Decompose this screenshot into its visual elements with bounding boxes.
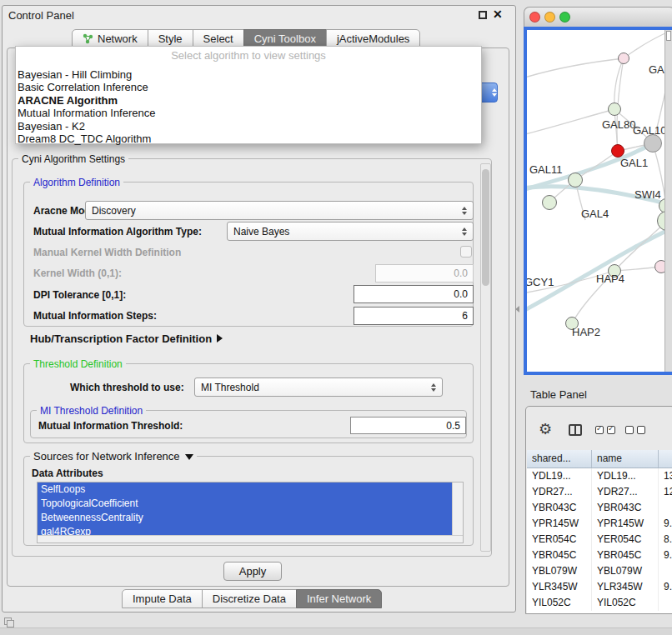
mi-threshold-label: Mutual Information Threshold: [38,420,183,432]
cell-shared-name: YER054C [527,532,592,548]
column-header[interactable] [659,450,672,468]
close-traffic-light-icon[interactable] [529,12,540,22]
network-node[interactable] [568,172,583,188]
list-vertical-scrollbar[interactable] [452,482,463,535]
node-label-gal80[interactable]: GAL80 [602,118,635,131]
network-node[interactable] [618,52,629,64]
cyni-bottom-tabs: Impute Data Discretize Data Infer Networ… [122,589,382,608]
hub-section-toggle[interactable]: Hub/Transcription Factor Definition [30,332,223,345]
float-window-icon[interactable] [479,11,487,19]
deselect-all-checkboxes-icon[interactable] [625,426,645,434]
table-row[interactable]: YIL052C YIL052C [527,595,672,611]
table-row[interactable]: YER054C YER054C 8. [527,532,672,548]
node-label-hap2[interactable]: HAP2 [572,326,600,338]
network-canvas[interactable]: GAL7 GAL80 GAL10 GAL11 GAL1 SWI4 GAL4 GC… [527,30,672,372]
dpi-tolerance-label: DPI Tolerance [0,1]: [33,289,126,301]
algorithm-option[interactable]: Basic Correlation Inference [16,81,481,93]
gear-icon[interactable]: ⚙ [539,420,552,438]
tab-label: Infer Network [307,592,371,605]
apply-button[interactable]: Apply [223,562,282,581]
tab-infer-network[interactable]: Infer Network [296,589,382,608]
sources-group-toggle[interactable]: Sources for Network Inference [30,450,197,462]
cell-value [659,500,672,516]
which-threshold-select[interactable]: MI Threshold [194,378,443,397]
dpi-tolerance-input[interactable]: 0.0 [354,285,474,303]
manual-kernel-width-label: Manual Kernel Width Definition [33,247,181,258]
network-node[interactable] [608,102,621,116]
mi-algorithm-type-select[interactable]: Naive Bayes [227,222,474,241]
settings-scrollbar[interactable] [480,163,491,552]
tab-impute-data[interactable]: Impute Data [122,589,203,608]
unchecked-box-icon [637,426,645,434]
table-row[interactable]: YBR045C YBR045C 9. [527,548,672,563]
mi-threshold-input[interactable]: 0.5 [350,417,466,434]
which-threshold-value: MI Threshold [201,382,259,393]
list-horizontal-scrollbar[interactable] [38,535,463,542]
node-label-gal4[interactable]: GAL4 [581,208,609,220]
column-header-shared-name[interactable]: shared... [527,450,592,468]
checked-box-icon [607,426,615,434]
expanded-arrow-icon [185,454,193,460]
manual-kernel-width-checkbox[interactable] [460,246,472,258]
algorithm-definition-title: Algorithm Definition [30,177,123,188]
select-all-checkboxes-icon[interactable] [595,426,615,434]
combo-stepper-icon [492,88,497,97]
algorithm-option[interactable]: Bayesian - Hill Climbing [16,68,481,81]
minimize-traffic-light-icon[interactable] [544,12,555,22]
node-label-gcy1[interactable]: GCY1 [527,276,554,288]
tab-label: Discretize Data [213,592,286,605]
network-vertical-scrollbar[interactable] [664,30,672,372]
tab-discretize-data[interactable]: Discretize Data [202,589,297,608]
attribute-item[interactable]: SelfLoops [38,482,452,497]
cell-value [659,595,672,611]
aracne-mode-select[interactable]: Discovery [85,201,474,220]
panel-splitter-arrow[interactable] [515,306,519,312]
node-label-gal1[interactable]: GAL1 [620,157,648,169]
tab-label: Impute Data [133,592,192,605]
node-label-hap4[interactable]: HAP4 [596,272,624,285]
mi-steps-input[interactable]: 6 [354,307,474,325]
network-tab-icon [83,33,93,44]
node-label-gal11[interactable]: GAL11 [529,163,563,176]
algorithm-option[interactable]: Mutual Information Inference [16,107,481,119]
cell-name: YBR045C [592,548,659,563]
cell-name: YBL079W [592,563,659,579]
table-row[interactable]: YLR345W YLR345W 9. [527,579,672,595]
node-table: shared... name YDL19... YDL19... 13 YDR2… [527,450,672,613]
node-label-gal10[interactable]: GAL10 [633,124,666,137]
tab-label: Network [98,32,138,45]
kernel-width-input: 0.0 [375,264,474,282]
checked-box-icon [595,426,604,434]
table-row[interactable]: YBR043C YBR043C [527,500,672,516]
algorithm-option[interactable]: Dream8 DC_TDC Algorithm [16,132,481,145]
network-node[interactable] [644,134,662,152]
scrollbar-thumb[interactable] [666,31,671,41]
table-row[interactable]: YDL19... YDL19... 13 [527,468,672,484]
table-row[interactable]: YDR27... YDR27... 12 [527,484,672,500]
close-panel-icon[interactable]: ✕ [493,8,503,21]
table-row[interactable]: YPR145W YPR145W 9. [527,516,672,532]
node-label-swi4[interactable]: SWI4 [634,188,661,201]
network-node-selected[interactable] [611,144,624,158]
network-window-titlebar[interactable] [524,7,672,27]
dpi-tolerance-value: 0.0 [454,288,468,300]
algorithm-option[interactable]: Bayesian - K2 [16,120,481,132]
table-row[interactable]: YBL079W YBL079W [527,563,672,579]
algorithm-option-selected[interactable]: ARACNE Algorithm [16,94,481,107]
columns-icon[interactable] [569,424,582,436]
network-node[interactable] [542,195,557,210]
apply-button-label: Apply [239,565,267,578]
attribute-item[interactable]: TopologicalCoefficient [38,497,452,511]
kernel-width-value: 0.0 [454,268,468,279]
attribute-item[interactable]: BetweennessCentrality [38,511,452,525]
application-screen: Control Panel ✕ Network Style Select Cyn… [0,0,672,635]
column-header-name[interactable]: name [592,450,659,468]
cell-shared-name: YLR345W [527,579,592,595]
attribute-item[interactable]: gal4RGexp [38,525,452,535]
cyni-algorithm-settings-title: Cyni Algorithm Settings [18,153,128,165]
cell-name: YER054C [592,532,659,548]
algorithm-dropdown-hint: Select algorithm to view settings [16,49,481,62]
cell-value: 13 [659,468,672,484]
zoom-traffic-light-icon[interactable] [559,12,570,22]
scrollbar-thumb[interactable] [482,169,489,286]
